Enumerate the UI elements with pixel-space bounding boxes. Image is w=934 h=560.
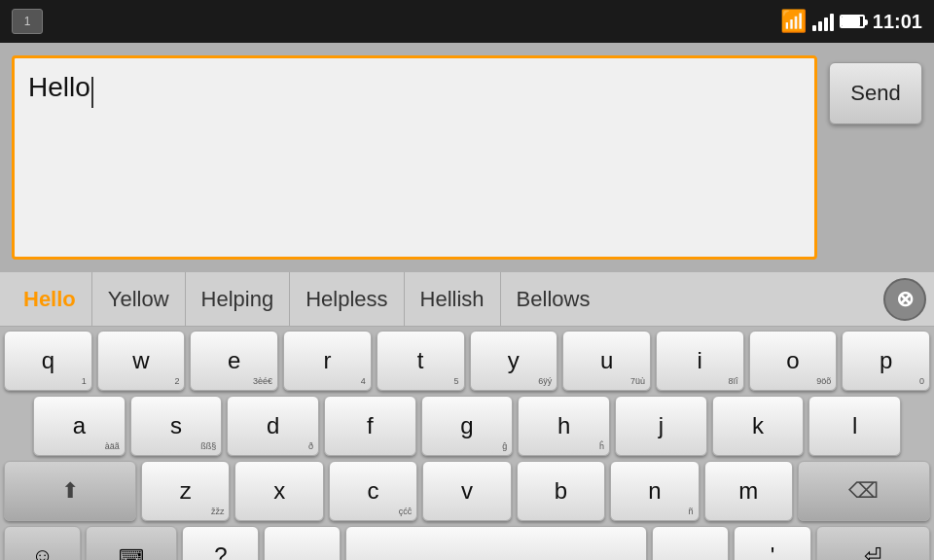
battery-icon — [840, 15, 865, 28]
keyboard-row-4: ☺ ... ⌨ ? 1/j , 0 . ... ' ⏎ ... — [4, 526, 930, 560]
main-area: Hello Send — [0, 43, 934, 272]
suggestion-hellish[interactable]: Hellish — [405, 272, 501, 326]
key-t[interactable]: t5 — [377, 331, 465, 391]
key-f[interactable]: f — [324, 396, 416, 456]
key-j[interactable]: j — [615, 396, 707, 456]
suggestion-bellows[interactable]: Bellows — [501, 272, 606, 326]
key-x[interactable]: x — [234, 461, 323, 521]
key-d[interactable]: dð — [227, 396, 319, 456]
emoji-key[interactable]: ☺ ... — [4, 526, 81, 560]
key-e[interactable]: e3èé€ — [190, 331, 278, 391]
key-o[interactable]: o9öõ — [749, 331, 838, 391]
suggestions-list: Hello Yellow Helping Helpless Hellish Be… — [8, 272, 883, 326]
status-right: 📶 11:01 — [780, 9, 922, 34]
suggestion-hello[interactable]: Hello — [8, 272, 92, 326]
key-period[interactable]: . ... — [652, 526, 729, 560]
suggestions-bar: Hello Yellow Helping Helpless Hellish Be… — [0, 272, 934, 327]
key-q[interactable]: q1 — [4, 331, 92, 391]
text-cursor — [91, 77, 93, 108]
keyboard-row-3: ⬆ zžžz x cçćĉ v b nñ m ⌫ — [4, 461, 930, 521]
key-m[interactable]: m — [704, 461, 793, 521]
time-display: 11:01 — [873, 11, 922, 33]
enter-icon: ⏎ — [864, 543, 881, 560]
keyboard-icon: ⌨ — [119, 545, 144, 560]
key-question[interactable]: ? 1/j — [182, 526, 259, 560]
suggestion-yellow[interactable]: Yellow — [92, 272, 186, 326]
input-text: Hello — [28, 72, 90, 102]
keyboard-row-2: aàäã sßß§ dð f gĝ hĥ j k l — [4, 396, 930, 456]
spacebar-key[interactable] — [345, 526, 647, 560]
key-g[interactable]: gĝ — [421, 396, 514, 456]
status-left: 1 — [12, 9, 43, 34]
key-i[interactable]: i8ïî — [656, 331, 744, 391]
key-l[interactable]: l — [808, 396, 901, 456]
backspace-icon: ⌫ — [848, 478, 879, 504]
key-apostrophe[interactable]: ' — [734, 526, 810, 560]
key-n[interactable]: nñ — [610, 461, 699, 521]
key-z[interactable]: zžžz — [141, 461, 230, 521]
key-b[interactable]: b — [517, 461, 605, 521]
emoji-icon: ☺ — [31, 543, 53, 560]
key-p[interactable]: p0 — [842, 331, 930, 391]
key-v[interactable]: v — [422, 461, 511, 521]
key-r[interactable]: r4 — [283, 331, 372, 391]
shift-key[interactable]: ⬆ — [4, 461, 136, 521]
notification-num: 1 — [24, 15, 31, 28]
wifi-icon: 📶 — [780, 9, 807, 34]
suggestion-helping[interactable]: Helping — [186, 272, 291, 326]
status-bar: 1 📶 11:01 — [0, 0, 934, 43]
enter-key[interactable]: ⏎ ... — [816, 526, 931, 560]
keyboard: q1 w2 e3èé€ r4 t5 y6ÿý u7üù i8ïî o9öõ p0… — [0, 327, 934, 560]
backspace-key[interactable]: ⌫ — [798, 461, 930, 521]
key-c[interactable]: cçćĉ — [329, 461, 417, 521]
key-a[interactable]: aàäã — [33, 396, 126, 456]
keyboard-row-1: q1 w2 e3èé€ r4 t5 y6ÿý u7üù i8ïî o9öõ p0 — [4, 331, 930, 391]
keyboard-switch-key[interactable]: ⌨ — [86, 526, 177, 560]
close-icon: ⊗ — [896, 289, 914, 310]
key-u[interactable]: u7üù — [562, 331, 651, 391]
key-comma[interactable]: , 0 — [264, 526, 341, 560]
status-icons: 📶 — [780, 9, 865, 34]
key-w[interactable]: w2 — [97, 331, 186, 391]
key-y[interactable]: y6ÿý — [470, 331, 558, 391]
key-s[interactable]: sßß§ — [130, 396, 223, 456]
close-suggestions-button[interactable]: ⊗ — [883, 278, 926, 321]
notification-icon: 1 — [12, 9, 43, 34]
send-button[interactable]: Send — [829, 62, 922, 124]
suggestion-helpless[interactable]: Helpless — [290, 272, 404, 326]
key-h[interactable]: hĥ — [518, 396, 610, 456]
signal-bars-icon — [812, 12, 834, 31]
text-input-field[interactable]: Hello — [12, 55, 817, 260]
key-k[interactable]: k — [712, 396, 805, 456]
shift-icon: ⬆ — [61, 478, 79, 504]
